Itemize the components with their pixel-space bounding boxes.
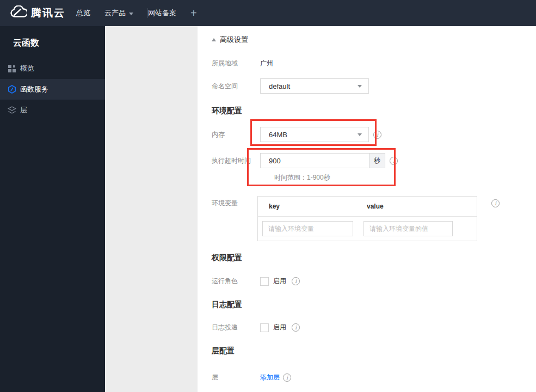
run-role-checkbox-label: 启用: [273, 277, 286, 286]
log-delivery-checkbox-label: 启用: [273, 323, 286, 332]
advanced-settings-label: 高级设置: [220, 35, 248, 45]
timeout-label: 执行超时时间: [212, 153, 260, 168]
namespace-label: 命名空间: [212, 78, 260, 94]
grid-icon: [8, 64, 16, 73]
nav-cloud-products-label: 云产品: [104, 8, 126, 18]
layer-config-section-title: 层配置: [212, 346, 235, 356]
memory-row: 内存 64MB i: [212, 127, 381, 142]
function-icon: [8, 85, 16, 94]
chevron-down-icon: [358, 85, 362, 88]
log-delivery-label: 日志投递: [212, 323, 260, 332]
timeout-input-group: 秒: [260, 153, 385, 168]
env-vars-table-header: key value: [258, 197, 477, 217]
env-vars-table: key value: [257, 196, 477, 241]
env-var-value-input[interactable]: [364, 221, 453, 236]
layers-icon: [8, 106, 16, 114]
sidebar-item-label: 概览: [20, 64, 34, 74]
log-config-section-title: 日志配置: [212, 300, 242, 310]
topbar: 腾讯云 总览 云产品 网站备案 +: [0, 0, 536, 26]
memory-select[interactable]: 64MB: [260, 127, 369, 142]
memory-info-icon[interactable]: i: [373, 131, 381, 139]
sidebar-item-label: 层: [20, 105, 27, 115]
log-delivery-checkbox[interactable]: [260, 323, 269, 332]
add-tab-button[interactable]: +: [190, 7, 197, 20]
main-content: 高级设置 所属地域 广州 命名空间 default 环境配置 内存 64MB i…: [198, 26, 536, 392]
sidebar-title: 云函数: [0, 26, 105, 49]
region-row: 所属地域 广州: [212, 59, 273, 68]
timeout-range-hint: 时间范围：1-900秒: [274, 173, 330, 182]
nav-icp-filing[interactable]: 网站备案: [148, 8, 176, 18]
sidebar-item-label: 函数服务: [20, 84, 48, 94]
timeout-unit: 秒: [369, 154, 385, 168]
region-value: 广州: [260, 59, 273, 68]
env-vars-col-value: value: [367, 203, 384, 210]
run-role-checkbox[interactable]: [260, 277, 269, 286]
top-navigation: 总览 云产品 网站备案 +: [76, 0, 197, 26]
brand-name: 腾讯云: [31, 6, 65, 20]
region-label: 所属地域: [212, 59, 260, 68]
env-vars-col-key: key: [269, 203, 367, 210]
env-vars-input-row: [258, 217, 477, 241]
sidebar-item-layers[interactable]: 层: [0, 100, 105, 120]
layer-row: 层 添加层 i: [212, 373, 291, 382]
nav-overview[interactable]: 总览: [76, 8, 90, 18]
env-vars-label: 环境变量: [212, 196, 257, 208]
perm-config-section-title: 权限配置: [212, 253, 242, 263]
run-role-info-icon[interactable]: i: [292, 277, 300, 285]
env-var-key-input[interactable]: [262, 221, 353, 236]
memory-selected-value: 64MB: [269, 131, 287, 139]
chevron-down-icon: [129, 13, 133, 15]
tencent-cloud-icon: [9, 5, 27, 21]
advanced-settings-toggle[interactable]: 高级设置: [212, 35, 248, 45]
nav-cloud-products[interactable]: 云产品: [104, 8, 133, 18]
sidebar: 云函数 概览 函数服务: [0, 26, 105, 392]
timeout-row: 执行超时时间 秒 i: [212, 153, 398, 168]
sidebar-item-function-service[interactable]: 函数服务: [0, 79, 105, 100]
sidebar-menu: 概览 函数服务 层: [0, 58, 105, 120]
run-role-row: 运行角色 启用 i: [212, 277, 300, 286]
log-delivery-info-icon[interactable]: i: [292, 323, 300, 332]
timeout-info-icon[interactable]: i: [390, 157, 398, 165]
sidebar-item-overview[interactable]: 概览: [0, 58, 105, 79]
secondary-panel: [105, 26, 198, 392]
env-config-section-title: 环境配置: [212, 106, 242, 116]
env-vars-info-icon[interactable]: i: [491, 199, 500, 207]
brand-logo[interactable]: 腾讯云: [9, 5, 65, 21]
namespace-selected-value: default: [269, 82, 290, 90]
timeout-input[interactable]: [261, 154, 369, 168]
add-layer-info-icon[interactable]: i: [283, 373, 291, 382]
add-layer-link[interactable]: 添加层: [260, 373, 280, 382]
layer-label: 层: [212, 373, 260, 382]
env-vars-row: 环境变量 key value i: [212, 196, 500, 241]
namespace-select[interactable]: default: [260, 78, 369, 94]
memory-label: 内存: [212, 127, 260, 142]
namespace-row: 命名空间 default: [212, 78, 369, 94]
collapse-up-icon: [212, 38, 216, 41]
log-delivery-row: 日志投递 启用 i: [212, 323, 300, 332]
run-role-label: 运行角色: [212, 277, 260, 286]
chevron-down-icon: [358, 133, 362, 136]
